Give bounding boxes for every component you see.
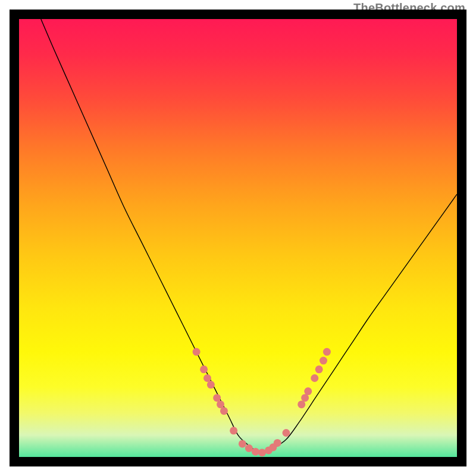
marker-dot bbox=[207, 381, 215, 389]
marker-dot bbox=[245, 444, 253, 452]
marker-dot bbox=[203, 374, 211, 382]
marker-dot bbox=[258, 449, 266, 456]
marker-dot bbox=[320, 357, 327, 365]
chart-svg bbox=[19, 19, 457, 457]
marker-dot bbox=[217, 400, 224, 408]
marker-dot bbox=[220, 407, 228, 415]
marker-dot bbox=[301, 394, 309, 402]
marker-dot bbox=[298, 400, 305, 408]
marker-dot bbox=[315, 365, 323, 373]
marker-dot bbox=[323, 348, 331, 356]
marker-dot bbox=[213, 394, 221, 402]
bottleneck-curve bbox=[41, 19, 457, 453]
marker-dot bbox=[230, 427, 237, 434]
marker-dot bbox=[193, 348, 201, 356]
chart-frame bbox=[10, 10, 466, 466]
marker-dot bbox=[252, 448, 259, 456]
marker-dot bbox=[282, 429, 290, 437]
marker-dots bbox=[193, 348, 331, 456]
marker-dot bbox=[311, 374, 318, 382]
marker-dot bbox=[239, 440, 246, 447]
marker-dot bbox=[200, 365, 208, 373]
marker-dot bbox=[274, 439, 281, 447]
marker-dot bbox=[304, 387, 312, 395]
